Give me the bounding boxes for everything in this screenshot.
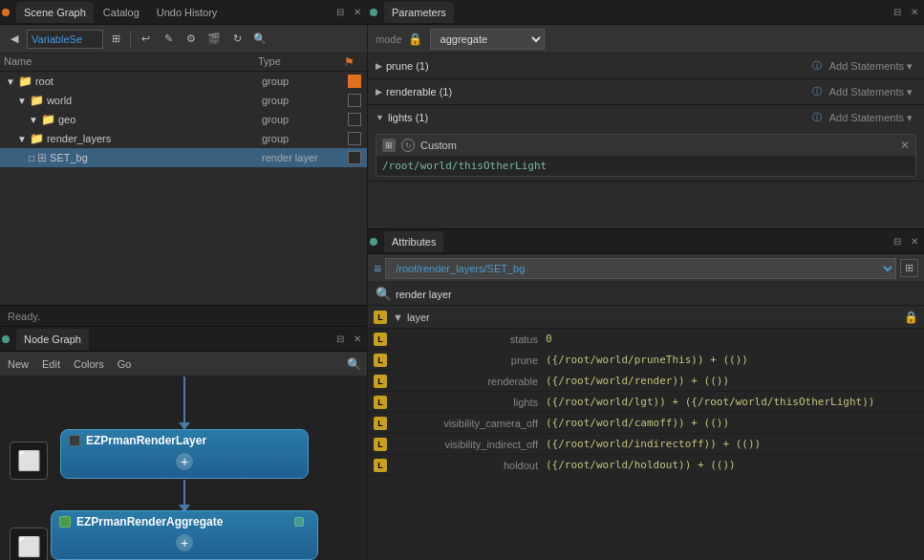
search-btn[interactable]: 🔍 bbox=[249, 29, 270, 50]
node-render-layer[interactable]: EZPrmanRenderLayer + bbox=[60, 429, 309, 479]
params-toolbar: mode 🔒 aggregate bbox=[368, 25, 924, 54]
mode-select[interactable]: aggregate bbox=[430, 29, 545, 50]
attrs-path-select[interactable]: /root/render_layers/SET_bg bbox=[385, 258, 896, 279]
renderable-add-stmts-btn[interactable]: Add Statements ▾ bbox=[826, 86, 916, 98]
tab-parameters[interactable]: Parameters bbox=[384, 2, 454, 23]
custom-close-btn[interactable]: ✕ bbox=[900, 139, 910, 152]
render-btn[interactable]: 🎬 bbox=[204, 29, 225, 50]
tab-catalog[interactable]: Catalog bbox=[96, 2, 147, 23]
undo-btn[interactable]: ↩ bbox=[135, 29, 156, 50]
params-options-btn[interactable]: ⊟ bbox=[890, 5, 905, 20]
panel-close-btn[interactable]: ✕ bbox=[350, 5, 365, 20]
lights-custom-entry: ⊞ ↻ Custom ✕ /root/world/thisOtherLight bbox=[376, 134, 916, 177]
ng-colors-btn[interactable]: Colors bbox=[70, 356, 108, 372]
params-content: ▶ prune (1) ⓘ Add Statements ▾ ▶ rendera… bbox=[368, 54, 924, 228]
refresh-btn[interactable]: ↻ bbox=[226, 29, 247, 50]
render-layer-search-btn[interactable]: 🔍 bbox=[376, 287, 392, 301]
lights-info: ⓘ bbox=[812, 111, 822, 124]
ng-options-btn[interactable]: ⊟ bbox=[333, 332, 348, 347]
ng-canvas[interactable]: ⬜ EZPrmanRenderLayer + ⬜ bbox=[0, 377, 367, 560]
ng-go-btn[interactable]: Go bbox=[114, 356, 136, 372]
ng-icon-box-layer: ⬜ bbox=[10, 442, 48, 480]
tab-undo-history[interactable]: Undo History bbox=[149, 2, 226, 23]
ng-close-btn[interactable]: ✕ bbox=[350, 332, 365, 347]
panel-options-btn[interactable]: ⊟ bbox=[333, 5, 348, 20]
attr-row-vis-camera: L visibility_camera_off ({/root/world/ca… bbox=[368, 413, 924, 434]
nav-back-btn[interactable]: ◀ bbox=[4, 29, 25, 50]
ng-edit-btn[interactable]: Edit bbox=[38, 356, 64, 372]
node-render-aggregate-add-btn[interactable]: + bbox=[176, 534, 193, 551]
node-name-input[interactable] bbox=[27, 30, 103, 49]
tab-scene-graph[interactable]: Scene Graph bbox=[16, 2, 94, 23]
sg-row-root[interactable]: ▼ 📁 root group bbox=[0, 72, 367, 91]
node-graph-panel: Node Graph ⊟ ✕ New Edit Colors Go 🔍 bbox=[0, 326, 367, 560]
row-check-geo[interactable] bbox=[348, 113, 361, 126]
attr-value-vis-indirect: ({/root/world/indirectoff)) + (()) bbox=[546, 438, 918, 450]
row-arrow-root: ▼ bbox=[6, 76, 15, 87]
attr-row-renderable: L renderable ({/root/world/render)) + ((… bbox=[368, 371, 924, 392]
node-render-aggregate-label: EZPrmanRenderAggregate bbox=[76, 515, 223, 528]
prune-add-stmts-btn[interactable]: Add Statements ▾ bbox=[826, 60, 916, 73]
handle-btn[interactable]: ⊞ bbox=[105, 29, 126, 50]
tab-node-graph[interactable]: Node Graph bbox=[16, 329, 89, 350]
ng-search-btn[interactable]: 🔍 bbox=[344, 355, 363, 374]
divider bbox=[130, 31, 131, 48]
sg-row-geo[interactable]: ▼ 📁 geo group bbox=[0, 110, 367, 129]
prune-title: prune (1) bbox=[386, 60, 812, 72]
scene-graph-content: ▼ 📁 root group ▼ 📁 world group ▼ 📁 geo bbox=[0, 72, 367, 305]
tab-attributes[interactable]: Attributes bbox=[384, 231, 443, 252]
lights-add-stmts-btn[interactable]: Add Statements ▾ bbox=[826, 112, 916, 124]
attr-badge-prune: L bbox=[374, 354, 387, 367]
node-render-layer-icon bbox=[69, 435, 80, 446]
sg-row-set-bg[interactable]: □ ⊞ SET_bg render layer bbox=[0, 148, 367, 167]
sg-row-render-layers[interactable]: ▼ 📁 render_layers group bbox=[0, 129, 367, 148]
sg-row-world[interactable]: ▼ 📁 world group bbox=[0, 91, 367, 110]
renderable-title: renderable (1) bbox=[386, 86, 812, 97]
custom-entry-header: ⊞ ↻ Custom ✕ bbox=[376, 135, 915, 156]
custom-label: Custom bbox=[420, 140, 900, 151]
row-icon-set-bg: □ bbox=[29, 153, 34, 163]
row-type-render-layers: group bbox=[262, 133, 348, 144]
ng-new-btn[interactable]: New bbox=[4, 356, 32, 372]
settings-btn[interactable]: ⚙ bbox=[181, 29, 202, 50]
params-section-renderable: ▶ renderable (1) ⓘ Add Statements ▾ bbox=[368, 79, 924, 105]
params-section-prune-header[interactable]: ▶ prune (1) ⓘ Add Statements ▾ bbox=[368, 54, 924, 78]
main-layout: Scene Graph Catalog Undo History ⊟ ✕ ◀ ⊞… bbox=[0, 0, 924, 560]
attr-value-status: 0 bbox=[546, 333, 918, 345]
params-section-lights-header[interactable]: ▼ lights (1) ⓘ Add Statements ▾ bbox=[368, 105, 924, 130]
attrs-tab-bar: Attributes ⊟ ✕ bbox=[368, 229, 924, 254]
node-render-aggregate-teal-icon bbox=[294, 517, 304, 527]
node-render-aggregate-title-bar: EZPrmanRenderAggregate bbox=[52, 511, 317, 532]
attr-value-vis-camera: ({/root/world/camoff)) + (()) bbox=[546, 417, 918, 429]
row-check-set-bg[interactable] bbox=[348, 151, 361, 164]
attrs-options-btn[interactable]: ⊟ bbox=[890, 234, 905, 249]
params-panel: Parameters ⊟ ✕ mode 🔒 aggregate ▶ bbox=[368, 0, 924, 229]
attr-badge-renderable: L bbox=[374, 375, 387, 388]
attr-name-prune: prune bbox=[393, 355, 546, 366]
params-close-btn[interactable]: ✕ bbox=[907, 5, 922, 20]
edit-btn[interactable]: ✎ bbox=[158, 29, 179, 50]
row-type-geo: group bbox=[262, 114, 348, 125]
node-render-layer-add-btn[interactable]: + bbox=[176, 453, 193, 470]
attrs-expand-btn[interactable]: ⊞ bbox=[900, 259, 918, 277]
attr-name-vis-indirect: visibility_indirect_off bbox=[393, 439, 546, 450]
attr-row-vis-indirect: L visibility_indirect_off ({/root/world/… bbox=[368, 434, 924, 455]
row-type-root: group bbox=[262, 75, 348, 87]
left-panel: Scene Graph Catalog Undo History ⊟ ✕ ◀ ⊞… bbox=[0, 0, 368, 560]
status-text: Ready. bbox=[8, 311, 40, 322]
attrs-panel: Attributes ⊟ ✕ ≡ /root/render_layers/SET… bbox=[368, 229, 924, 560]
params-section-lights: ▼ lights (1) ⓘ Add Statements ▾ ⊞ ↻ Cust… bbox=[368, 105, 924, 182]
row-check-root[interactable] bbox=[348, 75, 361, 88]
node-render-aggregate[interactable]: EZPrmanRenderAggregate + bbox=[51, 510, 318, 560]
panel-dot bbox=[2, 9, 10, 16]
row-check-world[interactable] bbox=[348, 94, 361, 107]
attr-value-lights: ({/root/world/lgt)) + ({/root/world/this… bbox=[546, 396, 918, 408]
row-check-render-layers[interactable] bbox=[348, 132, 361, 145]
attr-badge-holdout: L bbox=[374, 459, 387, 472]
attr-badge-vis-indirect: L bbox=[374, 438, 387, 451]
attr-badge-lights: L bbox=[374, 396, 387, 409]
attrs-close-btn[interactable]: ✕ bbox=[907, 234, 922, 249]
renderable-info: ⓘ bbox=[812, 85, 822, 98]
params-section-renderable-header[interactable]: ▶ renderable (1) ⓘ Add Statements ▾ bbox=[368, 79, 924, 104]
row-arrow-world: ▼ bbox=[17, 96, 27, 106]
